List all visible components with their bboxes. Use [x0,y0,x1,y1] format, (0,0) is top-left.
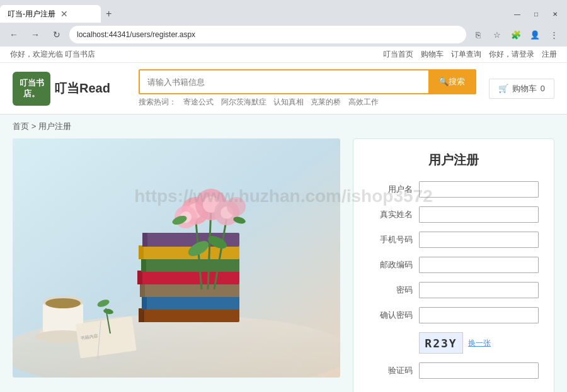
forward-button[interactable]: → [26,26,44,43]
svg-rect-21 [142,233,147,247]
form-row-confirm-password: 确认密码 [369,307,539,323]
captcha-refresh-button[interactable]: 换一张 [468,338,491,349]
input-zipcode[interactable] [419,257,539,273]
tab-title: 叮当-用户注册 [8,9,55,20]
tab-close-button[interactable]: ✕ [60,9,68,19]
page-content: 你好，欢迎光临 叮当书店 叮当首页 购物车 订单查询 你好，请登录 注册 叮当书… [0,47,567,392]
register-form: 用户注册 用户名 真实姓名 手机号码 邮政编码 密码 [353,138,554,392]
logo-box[interactable]: 叮当书店。 [13,72,50,106]
tab-bar: 叮当-用户注册 ✕ + — □ ✕ [0,0,567,23]
form-row-captcha: 验证码 [369,362,539,379]
label-phone: 手机号码 [369,234,419,245]
svg-rect-12 [140,283,239,297]
address-bar-icons: ⎘ ☆ 🧩 👤 ⋮ [470,26,562,43]
window-controls: — □ ✕ [508,5,567,23]
label-zipcode: 邮政编码 [369,259,419,271]
label-confirm-password: 确认密码 [369,310,419,321]
form-title: 用户注册 [369,152,539,169]
input-password[interactable] [419,282,539,298]
top-nav-cart[interactable]: 购物车 [421,49,444,60]
svg-point-35 [227,197,246,216]
hot-word-1[interactable]: 阿尔茨海默症 [221,98,266,106]
svg-rect-13 [140,283,145,297]
search-box: 🔍搜索 [139,69,476,94]
address-bar-row: ← → ↻ ⎘ ☆ 🧩 👤 ⋮ [0,23,567,47]
label-captcha: 验证码 [369,365,419,376]
top-nav: 叮当首页 购物车 订单查询 你好，请登录 注册 [383,49,557,60]
extension-icon[interactable]: 🧩 [508,26,524,43]
bookmark-icon[interactable]: ☆ [489,26,505,43]
brand-name: 叮当Read [54,80,110,97]
refresh-button[interactable]: ↻ [48,26,66,43]
input-captcha[interactable] [419,362,539,379]
back-button[interactable]: ← [5,26,23,43]
svg-rect-15 [137,271,142,284]
svg-rect-8 [139,308,144,322]
top-nav-login[interactable]: 你好，请登录 [489,49,534,60]
top-nav-register[interactable]: 注册 [542,49,557,60]
input-realname[interactable] [419,206,539,223]
hot-word-3[interactable]: 克莱的桥 [311,98,341,106]
label-realname: 真实姓名 [369,209,419,220]
hot-word-0[interactable]: 寄途公式 [183,98,214,106]
search-button[interactable]: 🔍搜索 [428,70,475,93]
svg-rect-10 [142,296,239,310]
hot-word-2[interactable]: 认知真相 [273,98,304,106]
cast-icon[interactable]: ⎘ [470,26,486,43]
cart-count: 0 [541,84,545,93]
form-row-phone: 手机号码 [369,232,539,248]
captcha-image[interactable]: R23Y [419,332,463,354]
form-row-password: 密码 [369,282,539,298]
form-row-zipcode: 邮政编码 [369,257,539,273]
svg-rect-11 [142,296,147,310]
top-strip: 你好，欢迎光临 叮当书店 叮当首页 购物车 订单查询 你好，请登录 注册 [0,47,567,63]
breadcrumb-current: 用户注册 [38,121,71,131]
input-username[interactable] [419,181,539,198]
form-row-realname: 真实姓名 [369,206,539,223]
cart-label: 购物车 [512,83,537,94]
breadcrumb-home[interactable]: 首页 [13,121,29,131]
label-password: 密码 [369,284,419,296]
svg-point-5 [45,298,81,308]
hot-words-label: 搜索热词： [139,98,176,106]
menu-icon[interactable]: ⋮ [546,26,562,43]
cart-icon: 🛒 [498,84,508,93]
svg-rect-17 [141,258,146,272]
svg-rect-7 [139,308,239,322]
hot-word-4[interactable]: 高效工作 [348,98,379,106]
label-username: 用户名 [369,184,419,195]
captcha-image-row: R23Y 换一张 [369,332,539,354]
book-image: 书籍内容 [13,138,340,378]
input-confirm-password[interactable] [419,307,539,323]
top-nav-home[interactable]: 叮当首页 [383,49,413,60]
active-tab[interactable]: 叮当-用户注册 ✕ [0,5,101,23]
book-image-placeholder: 书籍内容 [13,138,340,378]
cart-button[interactable]: 🛒 购物车 0 [489,79,554,99]
minimize-button[interactable]: — [508,5,527,23]
logo-area: 叮当书店。 叮当Read [13,72,126,106]
address-input[interactable] [69,26,466,43]
svg-rect-19 [139,245,144,259]
breadcrumb: 首页 > 用户注册 [0,115,567,138]
svg-rect-14 [137,271,239,284]
header: 叮当书店。 叮当Read 🔍搜索 搜索热词： 寄途公式 阿尔茨海默症 认知真相 … [0,63,567,115]
profile-icon[interactable]: 👤 [527,26,543,43]
search-input[interactable] [140,70,428,93]
browser-chrome: 叮当-用户注册 ✕ + — □ ✕ ← → ↻ ⎘ ☆ 🧩 👤 ⋮ [0,0,567,47]
close-window-button[interactable]: ✕ [546,5,564,23]
maximize-button[interactable]: □ [527,5,546,23]
form-row-username: 用户名 [369,181,539,198]
top-nav-orders[interactable]: 订单查询 [451,49,481,60]
main-content: 书籍内容 用户注册 用户名 真实姓名 手机号码 [0,138,567,392]
search-area: 🔍搜索 搜索热词： 寄途公式 阿尔茨海默症 认知真相 克莱的桥 高效工作 [139,69,476,108]
breadcrumb-separator: > [32,121,38,131]
input-phone[interactable] [419,232,539,248]
new-tab-button[interactable]: + [101,5,117,23]
welcome-text: 你好，欢迎光临 叮当书店 [10,49,383,60]
hot-words: 搜索热词： 寄途公式 阿尔茨海默症 认知真相 克莱的桥 高效工作 [139,97,476,108]
svg-rect-16 [141,258,239,272]
